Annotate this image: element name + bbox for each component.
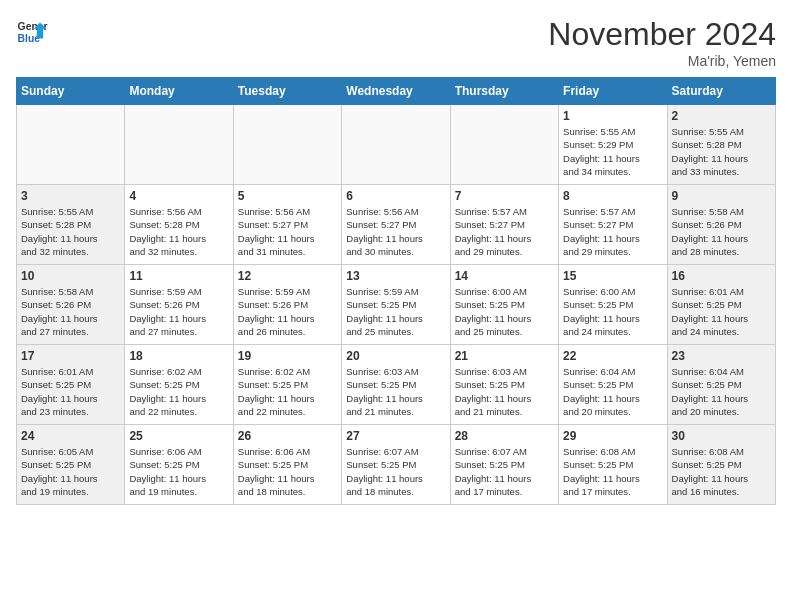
day-cell-28: 28Sunrise: 6:07 AM Sunset: 5:25 PM Dayli… bbox=[450, 425, 558, 505]
weekday-header-wednesday: Wednesday bbox=[342, 78, 450, 105]
empty-cell bbox=[450, 105, 558, 185]
empty-cell bbox=[125, 105, 233, 185]
week-row-3: 10Sunrise: 5:58 AM Sunset: 5:26 PM Dayli… bbox=[17, 265, 776, 345]
logo: General Blue bbox=[16, 16, 48, 48]
day-number: 29 bbox=[563, 429, 662, 443]
day-cell-26: 26Sunrise: 6:06 AM Sunset: 5:25 PM Dayli… bbox=[233, 425, 341, 505]
day-number: 17 bbox=[21, 349, 120, 363]
day-cell-11: 11Sunrise: 5:59 AM Sunset: 5:26 PM Dayli… bbox=[125, 265, 233, 345]
calendar-table: SundayMondayTuesdayWednesdayThursdayFrid… bbox=[16, 77, 776, 505]
day-info: Sunrise: 5:59 AM Sunset: 5:26 PM Dayligh… bbox=[238, 285, 337, 338]
day-number: 25 bbox=[129, 429, 228, 443]
day-info: Sunrise: 6:01 AM Sunset: 5:25 PM Dayligh… bbox=[672, 285, 771, 338]
month-title: November 2024 bbox=[548, 16, 776, 53]
day-cell-14: 14Sunrise: 6:00 AM Sunset: 5:25 PM Dayli… bbox=[450, 265, 558, 345]
day-info: Sunrise: 5:57 AM Sunset: 5:27 PM Dayligh… bbox=[455, 205, 554, 258]
day-info: Sunrise: 6:08 AM Sunset: 5:25 PM Dayligh… bbox=[563, 445, 662, 498]
day-number: 9 bbox=[672, 189, 771, 203]
day-info: Sunrise: 6:06 AM Sunset: 5:25 PM Dayligh… bbox=[238, 445, 337, 498]
weekday-header-saturday: Saturday bbox=[667, 78, 775, 105]
page-header: General Blue November 2024 Ma'rib, Yemen bbox=[16, 16, 776, 69]
title-block: November 2024 Ma'rib, Yemen bbox=[548, 16, 776, 69]
day-number: 24 bbox=[21, 429, 120, 443]
day-number: 16 bbox=[672, 269, 771, 283]
weekday-header-friday: Friday bbox=[559, 78, 667, 105]
day-info: Sunrise: 5:58 AM Sunset: 5:26 PM Dayligh… bbox=[21, 285, 120, 338]
day-info: Sunrise: 6:02 AM Sunset: 5:25 PM Dayligh… bbox=[238, 365, 337, 418]
day-number: 19 bbox=[238, 349, 337, 363]
day-number: 2 bbox=[672, 109, 771, 123]
day-cell-25: 25Sunrise: 6:06 AM Sunset: 5:25 PM Dayli… bbox=[125, 425, 233, 505]
day-info: Sunrise: 5:55 AM Sunset: 5:29 PM Dayligh… bbox=[563, 125, 662, 178]
day-cell-30: 30Sunrise: 6:08 AM Sunset: 5:25 PM Dayli… bbox=[667, 425, 775, 505]
day-number: 5 bbox=[238, 189, 337, 203]
day-number: 14 bbox=[455, 269, 554, 283]
day-cell-4: 4Sunrise: 5:56 AM Sunset: 5:28 PM Daylig… bbox=[125, 185, 233, 265]
day-number: 15 bbox=[563, 269, 662, 283]
day-info: Sunrise: 5:59 AM Sunset: 5:26 PM Dayligh… bbox=[129, 285, 228, 338]
day-cell-12: 12Sunrise: 5:59 AM Sunset: 5:26 PM Dayli… bbox=[233, 265, 341, 345]
day-cell-22: 22Sunrise: 6:04 AM Sunset: 5:25 PM Dayli… bbox=[559, 345, 667, 425]
day-number: 10 bbox=[21, 269, 120, 283]
day-info: Sunrise: 6:04 AM Sunset: 5:25 PM Dayligh… bbox=[672, 365, 771, 418]
day-number: 3 bbox=[21, 189, 120, 203]
day-number: 23 bbox=[672, 349, 771, 363]
day-info: Sunrise: 6:00 AM Sunset: 5:25 PM Dayligh… bbox=[563, 285, 662, 338]
day-number: 13 bbox=[346, 269, 445, 283]
day-cell-27: 27Sunrise: 6:07 AM Sunset: 5:25 PM Dayli… bbox=[342, 425, 450, 505]
day-info: Sunrise: 6:00 AM Sunset: 5:25 PM Dayligh… bbox=[455, 285, 554, 338]
day-info: Sunrise: 5:56 AM Sunset: 5:28 PM Dayligh… bbox=[129, 205, 228, 258]
day-info: Sunrise: 5:56 AM Sunset: 5:27 PM Dayligh… bbox=[346, 205, 445, 258]
day-cell-24: 24Sunrise: 6:05 AM Sunset: 5:25 PM Dayli… bbox=[17, 425, 125, 505]
day-info: Sunrise: 6:04 AM Sunset: 5:25 PM Dayligh… bbox=[563, 365, 662, 418]
day-number: 22 bbox=[563, 349, 662, 363]
day-info: Sunrise: 5:58 AM Sunset: 5:26 PM Dayligh… bbox=[672, 205, 771, 258]
day-info: Sunrise: 6:07 AM Sunset: 5:25 PM Dayligh… bbox=[346, 445, 445, 498]
day-info: Sunrise: 5:56 AM Sunset: 5:27 PM Dayligh… bbox=[238, 205, 337, 258]
day-number: 4 bbox=[129, 189, 228, 203]
day-number: 7 bbox=[455, 189, 554, 203]
day-cell-1: 1Sunrise: 5:55 AM Sunset: 5:29 PM Daylig… bbox=[559, 105, 667, 185]
week-row-2: 3Sunrise: 5:55 AM Sunset: 5:28 PM Daylig… bbox=[17, 185, 776, 265]
day-cell-23: 23Sunrise: 6:04 AM Sunset: 5:25 PM Dayli… bbox=[667, 345, 775, 425]
day-cell-19: 19Sunrise: 6:02 AM Sunset: 5:25 PM Dayli… bbox=[233, 345, 341, 425]
day-info: Sunrise: 6:03 AM Sunset: 5:25 PM Dayligh… bbox=[346, 365, 445, 418]
day-number: 21 bbox=[455, 349, 554, 363]
day-number: 11 bbox=[129, 269, 228, 283]
day-cell-20: 20Sunrise: 6:03 AM Sunset: 5:25 PM Dayli… bbox=[342, 345, 450, 425]
day-cell-21: 21Sunrise: 6:03 AM Sunset: 5:25 PM Dayli… bbox=[450, 345, 558, 425]
day-number: 12 bbox=[238, 269, 337, 283]
weekday-header-thursday: Thursday bbox=[450, 78, 558, 105]
day-cell-18: 18Sunrise: 6:02 AM Sunset: 5:25 PM Dayli… bbox=[125, 345, 233, 425]
empty-cell bbox=[17, 105, 125, 185]
day-info: Sunrise: 6:06 AM Sunset: 5:25 PM Dayligh… bbox=[129, 445, 228, 498]
day-cell-17: 17Sunrise: 6:01 AM Sunset: 5:25 PM Dayli… bbox=[17, 345, 125, 425]
day-number: 20 bbox=[346, 349, 445, 363]
week-row-1: 1Sunrise: 5:55 AM Sunset: 5:29 PM Daylig… bbox=[17, 105, 776, 185]
day-number: 8 bbox=[563, 189, 662, 203]
day-number: 28 bbox=[455, 429, 554, 443]
day-cell-16: 16Sunrise: 6:01 AM Sunset: 5:25 PM Dayli… bbox=[667, 265, 775, 345]
day-cell-8: 8Sunrise: 5:57 AM Sunset: 5:27 PM Daylig… bbox=[559, 185, 667, 265]
day-cell-7: 7Sunrise: 5:57 AM Sunset: 5:27 PM Daylig… bbox=[450, 185, 558, 265]
day-info: Sunrise: 6:02 AM Sunset: 5:25 PM Dayligh… bbox=[129, 365, 228, 418]
logo-icon: General Blue bbox=[16, 16, 48, 48]
day-info: Sunrise: 6:03 AM Sunset: 5:25 PM Dayligh… bbox=[455, 365, 554, 418]
week-row-5: 24Sunrise: 6:05 AM Sunset: 5:25 PM Dayli… bbox=[17, 425, 776, 505]
day-info: Sunrise: 6:07 AM Sunset: 5:25 PM Dayligh… bbox=[455, 445, 554, 498]
day-info: Sunrise: 5:55 AM Sunset: 5:28 PM Dayligh… bbox=[21, 205, 120, 258]
day-cell-6: 6Sunrise: 5:56 AM Sunset: 5:27 PM Daylig… bbox=[342, 185, 450, 265]
day-info: Sunrise: 6:05 AM Sunset: 5:25 PM Dayligh… bbox=[21, 445, 120, 498]
week-row-4: 17Sunrise: 6:01 AM Sunset: 5:25 PM Dayli… bbox=[17, 345, 776, 425]
day-cell-5: 5Sunrise: 5:56 AM Sunset: 5:27 PM Daylig… bbox=[233, 185, 341, 265]
day-info: Sunrise: 5:55 AM Sunset: 5:28 PM Dayligh… bbox=[672, 125, 771, 178]
day-info: Sunrise: 6:01 AM Sunset: 5:25 PM Dayligh… bbox=[21, 365, 120, 418]
weekday-header-monday: Monday bbox=[125, 78, 233, 105]
day-number: 1 bbox=[563, 109, 662, 123]
weekday-header-tuesday: Tuesday bbox=[233, 78, 341, 105]
day-info: Sunrise: 5:59 AM Sunset: 5:25 PM Dayligh… bbox=[346, 285, 445, 338]
weekday-header-row: SundayMondayTuesdayWednesdayThursdayFrid… bbox=[17, 78, 776, 105]
empty-cell bbox=[342, 105, 450, 185]
weekday-header-sunday: Sunday bbox=[17, 78, 125, 105]
day-cell-2: 2Sunrise: 5:55 AM Sunset: 5:28 PM Daylig… bbox=[667, 105, 775, 185]
